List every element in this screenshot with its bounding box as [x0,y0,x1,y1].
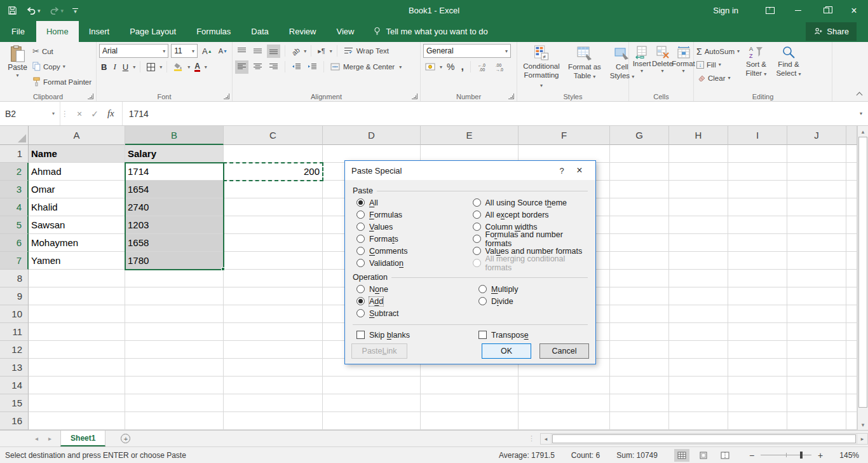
cell-A10[interactable] [29,305,125,323]
tell-me-box[interactable]: Tell me what you want to do [364,21,496,42]
font-family-combo[interactable]: Arial▾ [99,44,168,58]
cell-I11[interactable] [728,323,787,341]
radio-icon[interactable] [356,198,365,207]
middle-align-icon[interactable] [251,45,264,58]
dialog-help-button[interactable]: ? [553,166,570,176]
radio-add[interactable]: Add [356,295,478,307]
ribbon-display-options-button[interactable] [756,0,784,21]
radio-subtract[interactable]: Subtract [356,307,478,319]
cell-B7[interactable]: 1780 [125,252,224,270]
row-header-16[interactable]: 16 [0,412,29,430]
cell-partial-9[interactable] [846,287,857,305]
cell-I16[interactable] [728,412,787,430]
cell-A8[interactable] [29,270,125,287]
cell-A16[interactable] [29,412,125,430]
number-format-combo[interactable]: General▾ [423,44,511,58]
cell-partial-5[interactable] [846,216,857,234]
cell-A15[interactable] [29,394,125,412]
cell-A7[interactable]: Yamen [29,252,125,270]
cell-G2[interactable] [610,163,669,181]
checkbox-icon[interactable] [478,331,487,339]
vertical-scrollbar-thumb[interactable] [858,137,867,408]
font-color-dropdown-icon[interactable]: ▾ [205,64,207,70]
cell-C6[interactable] [224,234,323,252]
cell-H1[interactable] [669,145,728,163]
scroll-up-icon[interactable]: ▴ [858,126,868,137]
cell-I2[interactable] [728,163,787,181]
cell-I4[interactable] [728,198,787,216]
col-header-A[interactable]: A [29,126,125,145]
cell-C4[interactable] [224,198,323,216]
sort-filter-button[interactable]: AZ Sort & Filter ▾ [740,44,773,90]
cell-G3[interactable] [610,181,669,198]
radio-icon[interactable] [473,211,481,219]
merge-center-dropdown-icon[interactable]: ▾ [399,64,402,70]
number-dialog-launcher-icon[interactable] [508,93,514,99]
cell-B13[interactable] [125,359,224,377]
radio-icon[interactable] [473,198,481,207]
cell-C11[interactable] [224,323,323,341]
cell-G11[interactable] [610,323,669,341]
cell-A11[interactable] [29,323,125,341]
cell-C2[interactable]: 200 [224,163,323,181]
cell-J3[interactable] [787,181,846,198]
borders-dropdown-icon[interactable]: ▾ [159,64,162,70]
col-header-C[interactable]: C [224,126,323,145]
checkbox-skip-blanks[interactable]: Skip blanks [356,329,478,341]
zoom-in-icon[interactable]: + [818,450,823,460]
col-header-I[interactable]: I [728,126,787,145]
cell-I9[interactable] [728,287,787,305]
radio-icon[interactable] [473,223,481,231]
cell-B8[interactable] [125,270,224,287]
new-sheet-button[interactable]: + [121,434,130,443]
cell-partial-3[interactable] [846,181,857,198]
cell-G5[interactable] [610,216,669,234]
increase-font-size-icon[interactable]: A▲ [200,45,214,58]
borders-icon[interactable] [145,60,157,74]
copy-button[interactable]: Copy▾ [32,59,92,74]
align-left-icon[interactable] [235,60,248,74]
cell-J1[interactable] [787,145,846,163]
radio-all-except-borders[interactable]: All except borders [473,209,588,221]
cell-partial-12[interactable] [846,341,857,359]
cell-A6[interactable]: Mohaymen [29,234,125,252]
col-header-H[interactable]: H [669,126,728,145]
radio-icon[interactable] [356,309,365,317]
horizontal-scrollbar[interactable]: ◂ ▸ [540,433,868,445]
find-select-button[interactable]: Find & Select ▾ [773,44,804,90]
cell-B14[interactable] [125,377,224,394]
checkbox-icon[interactable] [356,331,365,339]
accounting-format-icon[interactable] [423,60,437,74]
cell-A13[interactable] [29,359,125,377]
paste-button[interactable]: Paste ▾ [3,44,32,90]
cell-partial-1[interactable] [846,145,857,163]
cell-H15[interactable] [669,394,728,412]
accounting-dropdown-icon[interactable]: ▾ [440,64,442,70]
row-header-7[interactable]: 7 [0,252,29,270]
cell-C15[interactable] [224,394,323,412]
cell-C5[interactable] [224,216,323,234]
tab-file[interactable]: File [0,21,36,42]
radio-values[interactable]: Values [356,221,473,233]
formula-input[interactable]: 1714 [123,102,854,125]
cell-D15[interactable] [323,394,421,412]
cell-I13[interactable] [728,359,787,377]
radio-icon[interactable] [356,235,365,243]
comma-style-icon[interactable]: , [459,60,465,74]
cell-J14[interactable] [787,377,846,394]
cell-I7[interactable] [728,252,787,270]
decrease-indent-icon[interactable] [290,60,303,74]
row-header-8[interactable]: 8 [0,270,29,287]
cell-J12[interactable] [787,341,846,359]
cell-F15[interactable] [519,394,610,412]
cell-H11[interactable] [669,323,728,341]
row-header-6[interactable]: 6 [0,234,29,252]
cell-I12[interactable] [728,341,787,359]
sheet-tab-sheet1[interactable]: Sheet1 [60,431,105,446]
merge-center-button[interactable]: Merge & Center [329,60,397,74]
bottom-align-icon[interactable] [267,45,280,58]
cell-B16[interactable] [125,412,224,430]
zoom-slider[interactable] [761,455,811,455]
scroll-left-icon[interactable]: ◂ [541,434,552,444]
cell-C14[interactable] [224,377,323,394]
